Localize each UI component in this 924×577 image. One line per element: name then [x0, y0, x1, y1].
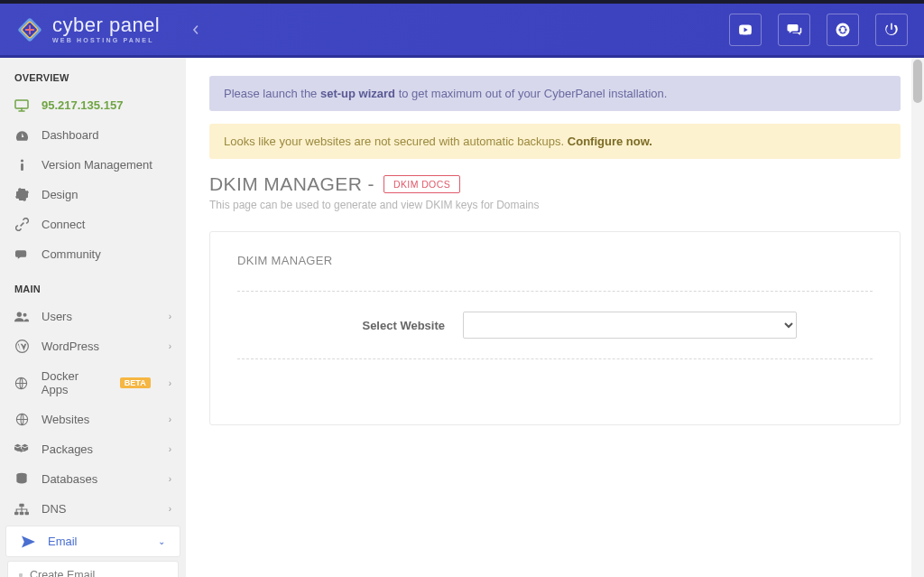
page-title: DKIM MANAGER: [209, 173, 362, 194]
globe-icon: [14, 377, 29, 390]
youtube-icon: [737, 22, 753, 38]
database-icon: [14, 472, 29, 486]
brand-logo[interactable]: cyber panel WEB HOSTING PANEL: [16, 15, 160, 43]
topbar-support[interactable]: [827, 14, 859, 46]
topbar-power[interactable]: [875, 14, 908, 46]
svg-point-4: [20, 159, 23, 162]
card-header: DKIM MANAGER: [237, 254, 873, 267]
alert-backup-link[interactable]: Configure now.: [568, 135, 652, 148]
svg-point-6: [17, 312, 22, 317]
select-website-row: Select Website: [237, 312, 873, 339]
divider: [237, 291, 873, 292]
sidebar-item-version[interactable]: Version Management: [0, 150, 186, 180]
divider: [237, 358, 873, 359]
sidebar-item-label: DNS: [42, 502, 66, 516]
alert-setup-prefix: Please launch the: [224, 87, 320, 100]
gear-icon: [14, 188, 29, 201]
sidebar: OVERVIEW 95.217.135.157 Dashboard Versio…: [0, 58, 186, 577]
topbar: cyber panel WEB HOSTING PANEL: [0, 4, 924, 58]
brand-name: cyber panel: [52, 15, 160, 35]
sidebar-item-email[interactable]: Email ⌄: [5, 526, 180, 557]
beta-badge: BETA: [120, 377, 151, 388]
sidebar-item-label: Databases: [42, 472, 97, 486]
chat-icon: [14, 248, 29, 261]
sidebar-item-databases[interactable]: Databases ›: [0, 464, 186, 494]
sidebar-item-wordpress[interactable]: WordPress ›: [0, 331, 186, 361]
sidebar-item-label: Design: [42, 188, 78, 201]
select-website-label: Select Website: [291, 319, 445, 332]
svg-point-7: [23, 313, 27, 317]
sidebar-item-docker[interactable]: Docker Apps BETA ›: [0, 361, 186, 405]
chevron-right-icon: ›: [169, 414, 171, 424]
sidebar-item-label: Version Management: [42, 158, 152, 172]
brand-tagline: WEB HOSTING PANEL: [52, 37, 160, 43]
packages-icon: [14, 443, 29, 456]
sidebar-item-users[interactable]: Users ›: [0, 302, 186, 331]
dkim-card: DKIM MANAGER Select Website: [209, 231, 901, 425]
logo-icon: [16, 16, 43, 43]
info-icon: [14, 159, 29, 172]
page-title-row: DKIM MANAGER - DKIM DOCS: [209, 173, 901, 195]
content: Please launch the set-up wizard to get m…: [186, 58, 924, 577]
svg-rect-5: [21, 163, 23, 171]
sidebar-item-label: Dashboard: [42, 128, 99, 142]
sidebar-ip[interactable]: 95.217.135.157: [0, 90, 186, 120]
alert-setup-suffix: to get maximum out of your CyberPanel in…: [395, 87, 667, 100]
alert-setup[interactable]: Please launch the set-up wizard to get m…: [209, 76, 901, 111]
sidebar-overview-list: 95.217.135.157 Dashboard Version Managem…: [0, 90, 186, 269]
svg-rect-15: [25, 511, 29, 515]
page-title-dash: -: [362, 173, 374, 194]
send-icon: [21, 535, 35, 548]
sidebar-sub-create-email[interactable]: Create Email: [8, 562, 178, 577]
wordpress-icon: [14, 340, 29, 353]
chevron-right-icon: ›: [169, 312, 171, 321]
docs-badge[interactable]: DKIM DOCS: [383, 175, 460, 193]
sidebar-item-label: Email: [48, 535, 78, 548]
sidebar-item-connect[interactable]: Connect: [0, 209, 186, 239]
dashboard-icon: [14, 129, 29, 142]
monitor-icon: [14, 99, 29, 112]
link-icon: [14, 218, 29, 231]
sidebar-item-label: Community: [42, 247, 101, 261]
alert-setup-bold: set-up wizard: [320, 87, 395, 100]
sidebar-item-packages[interactable]: Packages ›: [0, 434, 186, 464]
sidebar-item-websites[interactable]: Websites ›: [0, 405, 186, 434]
topbar-youtube[interactable]: [729, 14, 762, 46]
chevron-right-icon: ›: [169, 378, 171, 388]
support-icon: [835, 22, 851, 38]
sitemap-icon: [14, 503, 29, 516]
sidebar-item-label: Websites: [42, 413, 89, 426]
svg-rect-13: [14, 511, 18, 515]
page-subtitle: This page can be used to generate and vi…: [209, 199, 901, 211]
power-icon: [883, 22, 900, 38]
sidebar-item-dns[interactable]: DNS ›: [0, 494, 186, 524]
sidebar-item-label: Docker Apps: [42, 369, 107, 396]
select-website-dropdown[interactable]: [463, 312, 797, 339]
sidebar-item-dashboard[interactable]: Dashboard: [0, 120, 186, 150]
users-icon: [14, 311, 29, 322]
sidebar-item-community[interactable]: Community: [0, 239, 186, 269]
chat-icon: [786, 22, 802, 38]
sidebar-header-main: MAIN: [0, 269, 186, 302]
chevron-right-icon: ›: [169, 474, 171, 484]
scrollbar-rail[interactable]: [911, 58, 924, 577]
scrollbar-thumb[interactable]: [913, 60, 922, 103]
alert-backup-prefix: Looks like your websites are not secured…: [224, 135, 568, 148]
sidebar-item-label: Connect: [42, 218, 85, 231]
sidebar-main-list: Users › WordPress › Docker Apps BETA › W…: [0, 302, 186, 557]
svg-rect-3: [15, 100, 28, 108]
sidebar-email-submenu: Create Email List Emails Delete Email Em…: [7, 561, 179, 577]
chevron-right-icon: ›: [169, 341, 171, 351]
alert-backup[interactable]: Looks like your websites are not secured…: [209, 124, 901, 159]
sidebar-header-overview: OVERVIEW: [0, 58, 186, 90]
svg-rect-14: [20, 511, 23, 515]
chevron-right-icon: ›: [169, 444, 171, 454]
sidebar-toggle[interactable]: [185, 19, 207, 41]
chevron-right-icon: ›: [169, 504, 171, 514]
topbar-chat[interactable]: [778, 14, 810, 46]
sidebar-item-label: Users: [42, 310, 72, 323]
sidebar-item-design[interactable]: Design: [0, 180, 186, 209]
sidebar-ip-text: 95.217.135.157: [42, 98, 123, 112]
globe-icon: [14, 413, 29, 426]
sidebar-item-label: Packages: [42, 442, 93, 456]
